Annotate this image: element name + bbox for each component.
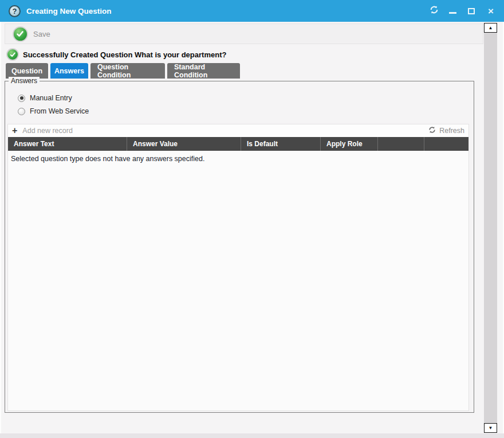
column-header-answer-text[interactable]: Answer Text	[8, 137, 127, 151]
column-header-empty-1	[378, 137, 424, 151]
close-button[interactable]: ×	[485, 5, 497, 17]
save-check-icon[interactable]	[13, 26, 28, 42]
refresh-icon	[428, 126, 436, 136]
maximize-button[interactable]	[466, 5, 477, 17]
maximize-icon	[468, 8, 475, 14]
radio-from-web-service-label: From Web Service	[30, 107, 89, 115]
arrow-up-icon: ▲	[489, 25, 493, 30]
help-icon[interactable]: ?	[9, 5, 21, 17]
grid-header-row: Answer Text Answer Value Is Default Appl…	[8, 137, 468, 151]
minimize-button[interactable]	[447, 5, 458, 17]
scrollbar-down-button[interactable]: ▼	[484, 423, 497, 433]
titlebar: ? Creating New Question ×	[0, 0, 504, 22]
grid-empty-message: Selected question type does not have any…	[8, 151, 468, 167]
radio-from-web-service[interactable]: From Web Service	[18, 107, 89, 115]
grid-refresh-button[interactable]: Refresh	[428, 126, 464, 136]
arrow-down-icon: ▼	[489, 425, 493, 431]
tab-strip: Question Answers Question Condition Stan…	[6, 63, 240, 79]
minimize-icon	[449, 12, 456, 14]
column-header-answer-value[interactable]: Answer Value	[127, 137, 241, 151]
column-header-empty-2	[424, 137, 468, 151]
answers-groupbox: Answers Manual Entry From Web Service + …	[5, 81, 474, 413]
answers-grid: + Add new record Refresh	[7, 124, 469, 411]
column-header-apply-role[interactable]: Apply Role	[321, 137, 378, 151]
close-icon: ×	[488, 6, 494, 16]
add-new-record-button[interactable]: + Add new record	[12, 126, 73, 135]
creating-new-question-window: ? Creating New Question ×	[0, 0, 504, 438]
success-check-icon	[6, 48, 19, 61]
refresh-icon	[430, 5, 439, 17]
answers-groupbox-legend: Answers	[9, 77, 40, 85]
tab-question-condition[interactable]: Question Condition	[90, 63, 165, 79]
add-new-record-label: Add new record	[22, 127, 73, 135]
plus-icon: +	[12, 126, 17, 135]
radio-manual-entry-label: Manual Entry	[30, 94, 72, 102]
status-message: Successfully Created Question What is yo…	[23, 50, 226, 59]
radio-button-icon	[18, 108, 25, 115]
tab-question[interactable]: Question	[6, 63, 48, 79]
save-toolbar: Save	[5, 24, 483, 44]
save-button[interactable]: Save	[33, 30, 50, 38]
grid-refresh-label: Refresh	[439, 127, 464, 135]
tab-answers[interactable]: Answers	[50, 63, 88, 79]
window-bottom-edge	[0, 433, 504, 438]
window-refresh-button[interactable]	[428, 5, 440, 17]
radio-manual-entry[interactable]: Manual Entry	[18, 94, 72, 102]
scrollbar-up-button[interactable]: ▲	[484, 23, 497, 33]
status-row: Successfully Created Question What is yo…	[6, 48, 226, 61]
vertical-scrollbar[interactable]: ▲ ▼	[484, 23, 497, 433]
window-title: Creating New Question	[26, 7, 112, 15]
column-header-is-default[interactable]: Is Default	[241, 137, 321, 151]
tab-standard-condition[interactable]: Standard Condition	[167, 63, 240, 79]
grid-toolbar: + Add new record Refresh	[8, 124, 468, 137]
radio-button-icon	[18, 95, 25, 102]
